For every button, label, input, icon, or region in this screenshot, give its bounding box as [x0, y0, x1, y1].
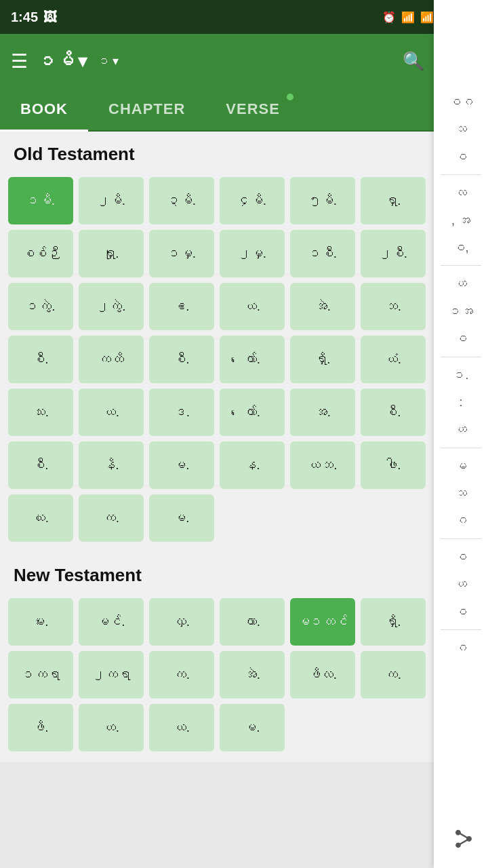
book-cell[interactable]: ၂မှ. — [220, 230, 285, 277]
right-panel-text: သ — [452, 115, 470, 142]
search-button[interactable]: 🔍 — [396, 48, 431, 75]
right-panel-divider — [441, 448, 481, 448]
book-cell[interactable]: မး. — [8, 598, 73, 646]
right-panel-divider — [441, 357, 481, 357]
book-cell[interactable]: စီ. — [8, 441, 73, 489]
book-cell[interactable]: မ. — [220, 704, 285, 751]
share-icon[interactable] — [453, 828, 474, 854]
book-cell[interactable]: ဧ. — [149, 283, 214, 330]
right-panel-text: ဂ — [452, 634, 470, 661]
chapter-dropdown-icon: ▾ — [113, 54, 119, 68]
book-cell[interactable]: ရှ. — [361, 177, 426, 224]
book-cell[interactable]: မ၁တင် — [290, 598, 355, 646]
tab-chapter[interactable]: CHAPTER — [88, 88, 205, 130]
book-cell[interactable]: အဲ. — [220, 651, 285, 698]
right-panel-text: ဝ — [452, 598, 470, 625]
book-cell[interactable]: ဒ. — [149, 389, 214, 436]
right-panel-text: ၁အ — [446, 298, 476, 325]
right-panel-text: ဝ — [452, 143, 470, 170]
right-panel-text: ဟ — [452, 270, 470, 297]
alarm-icon: ⏰ — [382, 11, 396, 24]
right-panel-text: မ — [452, 452, 470, 479]
book-cell[interactable]: ၁မှ. — [149, 230, 214, 277]
time-display: 1:45 — [11, 9, 38, 25]
book-cell[interactable]: အဲ. — [290, 283, 355, 330]
new-testament-header: New Testament — [0, 553, 434, 593]
book-cell[interactable]: က. — [149, 651, 214, 698]
old-testament-grid: ၁မိ.၂မိ.၃မိ.၄မိ.၅မိ.ရှ.စစ်ဉီရှု.၁မှ.၂မှ.… — [0, 172, 434, 553]
book-cell[interactable]: ၅မိ. — [290, 177, 355, 224]
book-cell[interactable]: ယ. — [149, 704, 214, 751]
tab-book[interactable]: BOOK — [0, 88, 88, 130]
book-cell[interactable]: မ. — [149, 441, 214, 489]
book-cell[interactable]: ၁စီ. — [290, 230, 355, 277]
book-cell[interactable]: ၃မိ. — [149, 177, 214, 224]
menu-button[interactable]: ☰ — [11, 50, 28, 73]
book-cell[interactable]: ယဘ. — [290, 441, 355, 489]
book-cell[interactable]: ယံ. — [361, 336, 426, 383]
book-cell[interactable]: ၂မိ. — [79, 177, 144, 224]
book-cell[interactable]: အ. — [290, 389, 355, 436]
book-cell[interactable]: ဘ. — [361, 283, 426, 330]
book-cell[interactable]: ၁ကရ — [8, 651, 73, 698]
current-chapter-label: ၁ — [98, 54, 110, 68]
right-panel-divider — [441, 174, 481, 175]
app-bar: ☰ ၁မိ ▾ ၁ ▾ 🔍 aA — [0, 34, 488, 88]
book-cell[interactable]: မ. — [149, 494, 214, 542]
book-cell[interactable]: စီ. — [8, 336, 73, 383]
book-cell[interactable]: ၁ကွဲ. — [8, 283, 73, 330]
status-bar: 1:45 🖼 ⏰ 📶 📶 26% 🔋 — [0, 0, 488, 34]
right-panel-text: လ — [452, 179, 470, 206]
wifi-icon: 📶 — [401, 11, 415, 24]
book-cell[interactable]: စစ်ဉီ — [8, 230, 73, 277]
book-cell[interactable]: န. — [220, 441, 285, 489]
book-cell[interactable]: ၂ကရ — [79, 651, 144, 698]
book-cell[interactable]: စီ. — [149, 336, 214, 383]
book-cell[interactable]: ၂စီ. — [361, 230, 426, 277]
book-cell[interactable]: နိ. — [79, 441, 144, 489]
layout-wrapper: Old Testament ၁မိ.၂မိ.၃မိ.၄မိ.၅မိ.ရှ.စစ်… — [0, 132, 488, 762]
book-cell[interactable]: ယး. — [8, 494, 73, 542]
right-panel-divider — [441, 629, 481, 630]
book-cell[interactable]: ဖါ. — [361, 441, 426, 489]
book-cell[interactable]: မင်. — [79, 598, 144, 646]
signal-icon: 📶 — [420, 11, 434, 24]
book-cell[interactable]: ရှု. — [79, 230, 144, 277]
book-cell[interactable]: တော်. — [220, 336, 285, 383]
book-cell[interactable]: ၄မိ. — [220, 177, 285, 224]
right-panel-text: : — [456, 389, 465, 416]
right-panel-text: ၁. — [450, 361, 471, 389]
book-cell[interactable]: သး. — [8, 389, 73, 436]
book-cell[interactable]: ၂ကွဲ. — [79, 283, 144, 330]
book-cell[interactable]: ယာ. — [220, 598, 285, 646]
old-testament-header: Old Testament — [0, 132, 434, 172]
tab-dot-indicator — [287, 94, 293, 100]
book-cell[interactable]: က. — [79, 494, 144, 542]
book-cell[interactable]: ၁မိ. — [8, 177, 73, 224]
book-cell[interactable]: ဟော်. — [220, 389, 285, 436]
right-panel-text: , အ — [449, 207, 473, 234]
book-cell[interactable]: စီ. — [361, 389, 426, 436]
book-cell[interactable]: လှ. — [149, 598, 214, 646]
book-cell[interactable]: ဖိလ. — [290, 651, 355, 698]
book-cell[interactable]: ကတိ — [79, 336, 144, 383]
book-cell[interactable]: ဖိ. — [8, 704, 73, 751]
book-cell[interactable]: ရှိ. — [290, 336, 355, 383]
book-cell[interactable]: က. — [361, 651, 426, 698]
chapter-selector[interactable]: ၁ ▾ — [98, 54, 119, 68]
book-cell[interactable]: ယ. — [79, 389, 144, 436]
right-panel-text: ဂ — [452, 507, 470, 534]
new-testament-grid: မး.မင်.လှ.ယာ.မ၁တင်ရှိ.၁ကရ၂ကရက.အဲ.ဖိလ.က.ဖ… — [0, 593, 434, 762]
right-panel-text: ဝ — [452, 325, 470, 352]
book-dropdown-icon: ▾ — [78, 51, 87, 72]
tab-verse[interactable]: VERSE — [205, 88, 300, 130]
tabs-bar: BOOK CHAPTER VERSE — [0, 88, 488, 132]
right-panel-text: ဟ — [452, 570, 470, 597]
book-cell[interactable]: ယ. — [220, 283, 285, 330]
book-cell[interactable]: ဟ. — [79, 704, 144, 751]
right-panel-divider — [441, 265, 481, 266]
right-panel-text: ဝဂ — [446, 88, 476, 115]
book-cell[interactable]: ရှိ. — [361, 598, 426, 646]
right-panel-text: ဝ — [452, 543, 470, 570]
book-selector[interactable]: ၁မိ ▾ — [39, 51, 87, 72]
